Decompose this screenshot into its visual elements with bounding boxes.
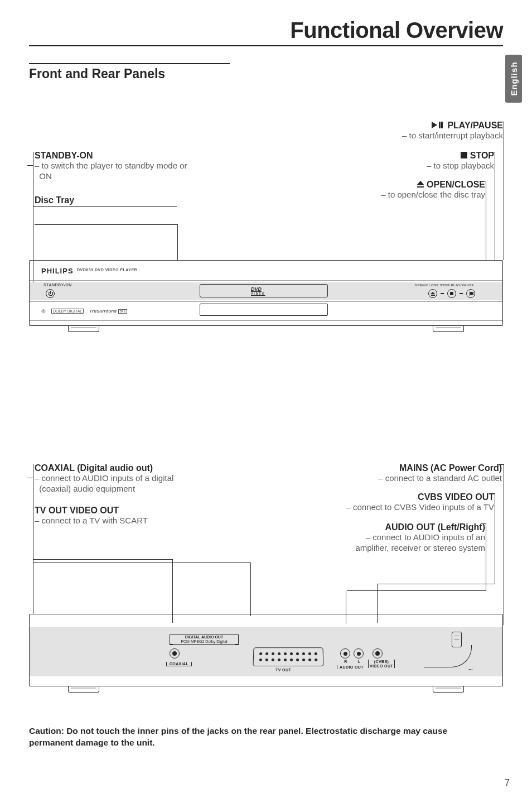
leader-line: [33, 206, 177, 207]
callout-audio-out-title: AUDIO OUT (Left/Right): [273, 522, 485, 532]
leader-line: [490, 152, 495, 152]
callout-standby-on-title: STANDBY-ON: [35, 151, 235, 161]
callout-open-close: OPEN/CLOSE – to open/close the disc tray: [329, 180, 485, 200]
device-standby-label: STANDBY-ON: [43, 283, 72, 287]
leader-line: [347, 590, 486, 591]
callout-cvbs-title: CVBS VIDEO OUT: [282, 492, 494, 502]
model-label: DVD633 DVD VIDEO PLAYER: [77, 268, 137, 272]
callout-standby-on-desc: – to switch the player to standby mode o…: [35, 161, 235, 182]
callout-play-pause-title: PLAY/PAUSE: [336, 121, 503, 131]
title-bar: Functional Overview: [29, 18, 503, 46]
callout-mains-desc: – connect to a standard AC outlet: [312, 473, 502, 484]
leader-line: [177, 224, 178, 260]
callout-audio-out-desc: – connect to AUDIO inputs of an amplifie…: [273, 532, 485, 554]
callout-standby-on: STANDBY-ON – to switch the player to sta…: [35, 151, 235, 182]
leader-line: [499, 464, 504, 465]
device-foot: [433, 686, 464, 693]
language-tab-label: English: [509, 61, 519, 95]
audio-out-r-jack[interactable]: [340, 648, 350, 658]
callout-play-pause: PLAY/PAUSE – to start/interrupt playback: [336, 121, 503, 141]
audio-out-label: AUDIO OUT: [337, 665, 366, 669]
leader-line: [495, 493, 495, 584]
coaxial-label: COAXIAL: [166, 662, 192, 666]
digital-audio-out-label: DIGITAL AUDIO OUT PCM MPEG2 Dolby Digita…: [170, 634, 239, 645]
language-tab: English: [505, 55, 522, 103]
page-title: Functional Overview: [29, 18, 503, 43]
audio-l-label: L: [355, 660, 364, 664]
leader-line: [490, 493, 495, 494]
leader-line: [33, 464, 33, 614]
caution-text: Caution: Do not touch the inner pins of …: [29, 725, 464, 749]
audio-out-l-jack[interactable]: [354, 648, 364, 658]
callout-stop-desc: – to stop playback: [349, 161, 494, 171]
cvbs-jack[interactable]: [373, 648, 383, 658]
callout-open-close-desc: – to open/close the disc tray: [329, 190, 485, 200]
callout-cvbs: CVBS VIDEO OUT – connect to CVBS Video i…: [282, 492, 494, 513]
device-front-panel: PHILIPS DVD633 DVD VIDEO PLAYER STANDBY-…: [29, 260, 503, 326]
leader-line: [35, 224, 177, 225]
stop-button[interactable]: [447, 289, 456, 298]
play-icon: [432, 122, 437, 128]
leader-line: [27, 478, 33, 478]
device-foot: [433, 326, 464, 332]
leader-line: [486, 181, 486, 260]
open-close-button[interactable]: [428, 289, 437, 298]
cvbs-label: (CVBS)VIDEO OUT: [368, 660, 395, 668]
callout-mains-title: MAINS (AC Power Cord): [312, 463, 502, 473]
device-button-row: [428, 289, 475, 298]
audio-r-label: R: [341, 660, 350, 664]
trusurround-badge: TruSurround SRS: [89, 308, 127, 314]
device-foot: [68, 326, 99, 332]
pause-icon: [438, 121, 443, 131]
eject-icon: [417, 181, 424, 188]
callout-stop-title: STOP: [349, 151, 494, 161]
callout-disc-tray: Disc Tray: [35, 195, 146, 205]
tvout-label: TV OUT: [275, 668, 291, 672]
callout-stop: STOP – to stop playback: [349, 151, 494, 171]
dolby-badge: DOLBY DIGITAL: [51, 309, 84, 314]
callout-audio-out: AUDIO OUT (Left/Right) – connect to AUDI…: [273, 522, 485, 554]
power-button[interactable]: [46, 289, 55, 298]
section-heading: Front and Rear Panels: [29, 66, 503, 81]
callout-tvout: TV OUT VIDEO OUT – connect to a TV with …: [35, 506, 235, 526]
brand-label: PHILIPS: [41, 267, 74, 275]
page-number: 7: [505, 778, 510, 788]
leader-line: [33, 559, 172, 560]
callout-play-pause-desc: – to start/interrupt playback: [336, 131, 503, 141]
leader-line: [504, 122, 504, 260]
callout-cvbs-desc: – connect to CVBS Video inputs of a TV: [282, 502, 494, 513]
leader-line: [504, 464, 504, 625]
ac-tilde: ~: [468, 665, 473, 674]
callout-coaxial: COAXIAL (Digital audio out) – connect to…: [35, 463, 235, 494]
callout-tvout-desc: – connect to a TV with SCART: [35, 516, 235, 526]
leader-line: [250, 563, 251, 616]
section-rule: [29, 63, 230, 64]
leader-line: [172, 559, 173, 623]
leader-line: [27, 165, 33, 166]
disc-icon: ◎: [41, 308, 46, 314]
device-cert-icons: ◎ DOLBY DIGITAL TruSurround SRS: [41, 308, 127, 314]
leader-line: [378, 584, 495, 584]
device-rear-panel: DIGITAL AUDIO OUT PCM MPEG2 Dolby Digita…: [29, 614, 503, 686]
leader-line: [495, 152, 495, 260]
callout-mains: MAINS (AC Power Cord) – connect to a sta…: [312, 463, 502, 484]
callout-coaxial-desc: – connect to AUDIO inputs of a digital (…: [35, 473, 235, 494]
leader-line: [499, 122, 504, 122]
leader-line: [481, 181, 486, 181]
device-buttons-labels: OPEN/CLOSE STOP PLAY/PAUSE: [414, 283, 474, 287]
device-foot: [68, 686, 99, 693]
leader-line: [481, 523, 486, 524]
callout-coaxial-title: COAXIAL (Digital audio out): [35, 463, 235, 473]
dvd-logo: DVD VIDEO: [251, 286, 265, 295]
leader-line: [33, 563, 250, 563]
power-cord: ~: [442, 632, 472, 667]
leader-line: [486, 523, 486, 590]
play-pause-button[interactable]: [466, 289, 475, 298]
device-display: [200, 304, 328, 316]
coaxial-jack[interactable]: [170, 648, 180, 658]
callout-disc-tray-title: Disc Tray: [35, 195, 146, 205]
callout-open-close-title: OPEN/CLOSE: [329, 180, 485, 190]
callout-tvout-title: TV OUT VIDEO OUT: [35, 506, 235, 516]
scart-connector[interactable]: [253, 647, 323, 666]
stop-icon: [461, 152, 467, 158]
